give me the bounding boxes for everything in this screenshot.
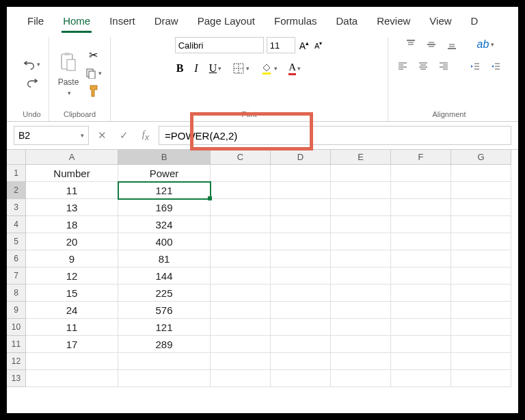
cell-G7[interactable] bbox=[451, 267, 511, 285]
cell-B9[interactable]: 576 bbox=[118, 302, 211, 319]
fill-color-button[interactable]: ▾ bbox=[259, 61, 279, 76]
align-middle-button[interactable] bbox=[424, 37, 439, 52]
cell-D12[interactable] bbox=[271, 353, 331, 370]
cell-B8[interactable]: 225 bbox=[118, 285, 211, 302]
chevron-down-icon[interactable]: ▾ bbox=[68, 90, 71, 96]
cell-E1[interactable] bbox=[331, 165, 391, 182]
column-header[interactable]: A bbox=[26, 150, 118, 165]
cell-C8[interactable] bbox=[211, 285, 271, 302]
font-color-button[interactable]: A▾ bbox=[287, 60, 302, 77]
cell-F9[interactable] bbox=[391, 302, 451, 319]
cell-E2[interactable] bbox=[331, 182, 391, 199]
cell-G6[interactable] bbox=[451, 250, 511, 267]
cell-C9[interactable] bbox=[211, 302, 271, 319]
cancel-formula-button[interactable]: ✕ bbox=[93, 127, 111, 144]
cell-G2[interactable] bbox=[451, 182, 511, 199]
cell-D3[interactable] bbox=[271, 199, 331, 216]
borders-button[interactable]: ▾ bbox=[231, 61, 251, 76]
cell-E7[interactable] bbox=[331, 267, 391, 285]
tab-formulas[interactable]: Formulas bbox=[273, 12, 319, 33]
decrease-indent-button[interactable] bbox=[468, 59, 483, 74]
row-header[interactable]: 13 bbox=[7, 370, 26, 387]
column-header[interactable]: C bbox=[211, 150, 271, 165]
cell-E13[interactable] bbox=[331, 370, 391, 387]
cell-D5[interactable] bbox=[271, 233, 331, 250]
cell-A1[interactable]: Number bbox=[26, 165, 118, 182]
cell-G10[interactable] bbox=[451, 319, 511, 336]
cell-E4[interactable] bbox=[331, 216, 391, 233]
cell-C10[interactable] bbox=[211, 319, 271, 336]
copy-button[interactable]: ▾ bbox=[83, 66, 103, 81]
insert-function-button[interactable]: fx bbox=[137, 127, 154, 144]
cell-C11[interactable] bbox=[211, 336, 271, 353]
orientation-button[interactable]: ab▾ bbox=[476, 37, 496, 52]
cell-E11[interactable] bbox=[331, 336, 391, 353]
cell-E5[interactable] bbox=[331, 233, 391, 250]
row-header[interactable]: 7 bbox=[7, 267, 26, 285]
tab-review[interactable]: Review bbox=[375, 12, 412, 33]
row-header[interactable]: 11 bbox=[7, 336, 26, 353]
cell-C3[interactable] bbox=[211, 199, 271, 216]
cell-D13[interactable] bbox=[271, 370, 331, 387]
cell-B12[interactable] bbox=[118, 353, 211, 370]
cell-A13[interactable] bbox=[26, 370, 118, 387]
cell-A11[interactable]: 17 bbox=[26, 336, 118, 353]
cell-A2[interactable]: 11 bbox=[26, 182, 118, 199]
cell-A12[interactable] bbox=[26, 353, 118, 370]
name-box[interactable]: B2 ▾ bbox=[14, 126, 89, 145]
row-header[interactable]: 12 bbox=[7, 353, 26, 370]
cell-A10[interactable]: 11 bbox=[26, 319, 118, 336]
cell-G5[interactable] bbox=[451, 233, 511, 250]
align-bottom-button[interactable] bbox=[444, 37, 459, 52]
increase-indent-button[interactable] bbox=[488, 59, 503, 74]
select-all-corner[interactable] bbox=[7, 150, 26, 165]
paste-button[interactable] bbox=[56, 50, 81, 75]
cell-C2[interactable] bbox=[211, 182, 271, 199]
italic-button[interactable]: I bbox=[193, 61, 199, 76]
cell-D7[interactable] bbox=[271, 267, 331, 285]
cell-G11[interactable] bbox=[451, 336, 511, 353]
tab-home[interactable]: Home bbox=[62, 12, 92, 33]
font-name-select[interactable] bbox=[175, 37, 264, 53]
cell-D1[interactable] bbox=[271, 165, 331, 182]
cut-button[interactable]: ✂ bbox=[86, 48, 101, 63]
column-header[interactable]: D bbox=[271, 150, 331, 165]
row-header[interactable]: 8 bbox=[7, 285, 26, 302]
align-left-button[interactable] bbox=[395, 59, 410, 74]
cell-B2[interactable]: 121 bbox=[118, 182, 211, 199]
row-header[interactable]: 3 bbox=[7, 199, 26, 216]
cell-F13[interactable] bbox=[391, 370, 451, 387]
increase-font-button[interactable]: A▴ bbox=[298, 38, 310, 53]
cell-G12[interactable] bbox=[451, 353, 511, 370]
cell-B13[interactable] bbox=[118, 370, 211, 387]
column-header[interactable]: F bbox=[391, 150, 451, 165]
row-header[interactable]: 2 bbox=[7, 182, 26, 199]
cell-C6[interactable] bbox=[211, 250, 271, 267]
tab-insert[interactable]: Insert bbox=[108, 12, 137, 33]
decrease-font-button[interactable]: A▾ bbox=[313, 39, 323, 51]
cell-F12[interactable] bbox=[391, 353, 451, 370]
tab-page-layout[interactable]: Page Layout bbox=[196, 12, 256, 33]
cell-A4[interactable]: 18 bbox=[26, 216, 118, 233]
cell-F4[interactable] bbox=[391, 216, 451, 233]
cell-E9[interactable] bbox=[331, 302, 391, 319]
redo-button[interactable] bbox=[25, 75, 40, 90]
cell-D11[interactable] bbox=[271, 336, 331, 353]
cell-F11[interactable] bbox=[391, 336, 451, 353]
cell-A5[interactable]: 20 bbox=[26, 233, 118, 250]
cell-C13[interactable] bbox=[211, 370, 271, 387]
cell-F5[interactable] bbox=[391, 233, 451, 250]
cell-F8[interactable] bbox=[391, 285, 451, 302]
cell-G9[interactable] bbox=[451, 302, 511, 319]
column-header[interactable]: B bbox=[118, 150, 211, 165]
cell-D2[interactable] bbox=[271, 182, 331, 199]
cell-C1[interactable] bbox=[211, 165, 271, 182]
cell-G13[interactable] bbox=[451, 370, 511, 387]
cell-C12[interactable] bbox=[211, 353, 271, 370]
cell-F1[interactable] bbox=[391, 165, 451, 182]
cell-E8[interactable] bbox=[331, 285, 391, 302]
cell-F10[interactable] bbox=[391, 319, 451, 336]
align-right-button[interactable] bbox=[436, 59, 451, 74]
cell-B5[interactable]: 400 bbox=[118, 233, 211, 250]
cell-F7[interactable] bbox=[391, 267, 451, 285]
